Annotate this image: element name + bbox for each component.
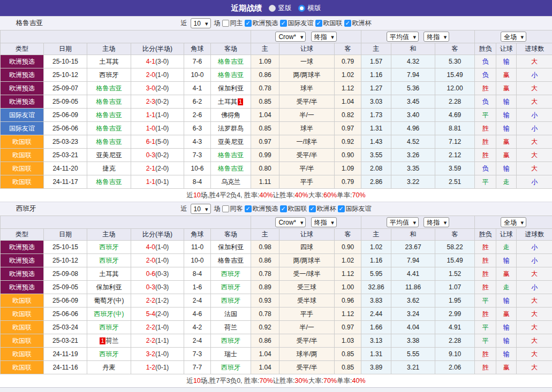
score-cell[interactable]: 6-1(5-0)	[131, 135, 184, 149]
radio-icon[interactable]	[298, 5, 305, 12]
halftime-score[interactable]: (0-3)	[155, 283, 169, 291]
recent-count-select[interactable]: 10	[191, 18, 211, 28]
score-cell[interactable]: 2-0(1-0)	[131, 254, 184, 267]
filter-nations-league[interactable]: 欧国联	[315, 19, 343, 28]
odds-source-select[interactable]: Crow*	[275, 32, 306, 42]
checkbox-icon[interactable]	[222, 20, 229, 27]
fulltime-score[interactable]: 2-0	[146, 71, 155, 79]
halftime-score[interactable]: (1-2)	[155, 297, 169, 304]
fulltime-score[interactable]: 1-1	[146, 178, 155, 186]
fulltime-score[interactable]: 3-2	[146, 350, 155, 358]
euro-source-select[interactable]: 平均值	[387, 217, 419, 227]
halftime-score[interactable]: (1-0)	[155, 125, 169, 132]
fulltime-score[interactable]: 0-3	[146, 283, 155, 291]
fulltime-score[interactable]: 2-1	[146, 165, 155, 172]
fulltime-score[interactable]: 3-0	[146, 84, 155, 92]
score-cell[interactable]: 1-1(1-0)	[131, 109, 184, 122]
halftime-score[interactable]: (1-0)	[155, 243, 169, 251]
filter-label[interactable]: 欧国联	[323, 19, 343, 28]
filter-label[interactable]: 欧国联	[288, 204, 307, 213]
filter-euro-qualifiers[interactable]: 欧洲预选	[245, 19, 278, 28]
filter-same-venue[interactable]: 同客	[222, 204, 243, 213]
checkbox-icon[interactable]	[222, 205, 229, 212]
fulltime-score[interactable]: 5-4	[146, 310, 155, 318]
halftime-score[interactable]: (2-0)	[155, 84, 169, 92]
score-cell[interactable]: 0-6(0-3)	[131, 267, 184, 281]
halftime-score[interactable]: (1-0)	[155, 350, 169, 358]
halftime-score[interactable]: (1-0)	[155, 111, 169, 119]
score-cell[interactable]: 4-0(1-0)	[131, 241, 184, 254]
fulltime-score[interactable]: 2-0	[146, 257, 155, 264]
checkbox-icon[interactable]	[280, 20, 287, 27]
score-cell[interactable]: 2-2(1-1)	[131, 334, 184, 348]
checkbox-icon[interactable]	[245, 205, 252, 212]
euro-time-select[interactable]: 终指	[424, 32, 449, 42]
filter-friendly[interactable]: 国际友谊	[280, 19, 314, 28]
odds-time-select[interactable]: 终指	[311, 32, 337, 42]
checkbox-icon[interactable]	[344, 20, 351, 27]
view-option-horizontal-label[interactable]: 横版	[308, 4, 321, 13]
fulltime-score[interactable]: 1-0	[146, 125, 155, 132]
view-option-vertical[interactable]: 竖版	[269, 4, 292, 13]
filter-euro-cup[interactable]: 欧洲杯	[309, 204, 336, 213]
filter-euro-cup[interactable]: 欧洲杯	[344, 19, 372, 28]
filter-label[interactable]: 国际友谊	[346, 204, 372, 213]
score-cell[interactable]: 3-2(1-0)	[131, 348, 184, 361]
score-cell[interactable]: 1-1(0-1)	[131, 175, 184, 189]
euro-time-select[interactable]: 终指	[424, 217, 449, 227]
halftime-score[interactable]: (2-0)	[155, 310, 169, 318]
fulltime-score[interactable]: 2-3	[146, 98, 155, 105]
score-cell[interactable]: 2-3(0-2)	[131, 95, 184, 109]
score-cell[interactable]: 0-3(0-2)	[131, 149, 184, 162]
fulltime-score[interactable]: 6-1	[146, 138, 155, 145]
filter-label[interactable]: 欧洲预选	[253, 204, 278, 213]
fulltime-score[interactable]: 1-1	[146, 111, 155, 119]
fulltime-score[interactable]: 4-0	[146, 243, 155, 251]
halftime-score[interactable]: (0-2)	[155, 98, 169, 105]
score-cell[interactable]: 1-2(0-1)	[131, 361, 184, 374]
filter-label[interactable]: 同主	[230, 19, 243, 28]
fulltime-score[interactable]: 2-2	[146, 324, 155, 331]
fulltime-score[interactable]: 0-3	[146, 151, 155, 159]
halftime-score[interactable]: (1-1)	[155, 337, 169, 344]
euro-source-select[interactable]: 平均值	[387, 32, 419, 42]
checkbox-icon[interactable]	[338, 205, 345, 212]
score-cell[interactable]: 2-0(1-0)	[131, 68, 184, 82]
score-cell[interactable]: 2-1(2-0)	[131, 162, 184, 175]
scope-select[interactable]: 全场	[501, 217, 526, 227]
checkbox-icon[interactable]	[315, 20, 322, 27]
score-cell[interactable]: 2-2(1-2)	[131, 294, 184, 308]
filter-label[interactable]: 欧洲预选	[253, 19, 278, 28]
fulltime-score[interactable]: 4-1	[146, 58, 155, 65]
filter-label[interactable]: 欧洲杯	[317, 204, 336, 213]
radio-icon[interactable]	[269, 5, 276, 12]
checkbox-icon[interactable]	[309, 205, 316, 212]
halftime-score[interactable]: (0-1)	[155, 364, 169, 371]
score-cell[interactable]: 0-3(0-3)	[131, 281, 184, 294]
halftime-score[interactable]: (1-0)	[155, 257, 169, 264]
view-option-vertical-label[interactable]: 竖版	[278, 4, 292, 13]
odds-source-select[interactable]: Crow*	[275, 217, 306, 227]
score-cell[interactable]: 3-0(2-0)	[131, 82, 184, 95]
filter-label[interactable]: 同客	[230, 204, 243, 213]
filter-same-venue[interactable]: 同主	[222, 19, 243, 28]
fulltime-score[interactable]: 0-6	[146, 270, 155, 278]
recent-count-select[interactable]: 10	[191, 204, 211, 214]
filter-label[interactable]: 国际友谊	[288, 19, 314, 28]
halftime-score[interactable]: (5-0)	[155, 138, 169, 145]
score-cell[interactable]: 1-0(1-0)	[131, 122, 184, 135]
scope-select[interactable]: 全场	[501, 32, 526, 42]
filter-label[interactable]: 欧洲杯	[352, 19, 372, 28]
halftime-score[interactable]: (0-3)	[155, 270, 169, 278]
halftime-score[interactable]: (0-2)	[155, 151, 169, 159]
fulltime-score[interactable]: 1-2	[146, 364, 155, 371]
halftime-score[interactable]: (0-1)	[155, 178, 169, 186]
filter-nations-league[interactable]: 欧国联	[280, 204, 307, 213]
fulltime-score[interactable]: 2-2	[146, 337, 155, 344]
checkbox-icon[interactable]	[245, 20, 252, 27]
checkbox-icon[interactable]	[280, 205, 287, 212]
view-option-horizontal[interactable]: 横版	[298, 4, 321, 13]
halftime-score[interactable]: (2-0)	[155, 165, 169, 172]
filter-euro-qualifiers[interactable]: 欧洲预选	[245, 204, 278, 213]
score-cell[interactable]: 2-2(1-0)	[131, 321, 184, 334]
